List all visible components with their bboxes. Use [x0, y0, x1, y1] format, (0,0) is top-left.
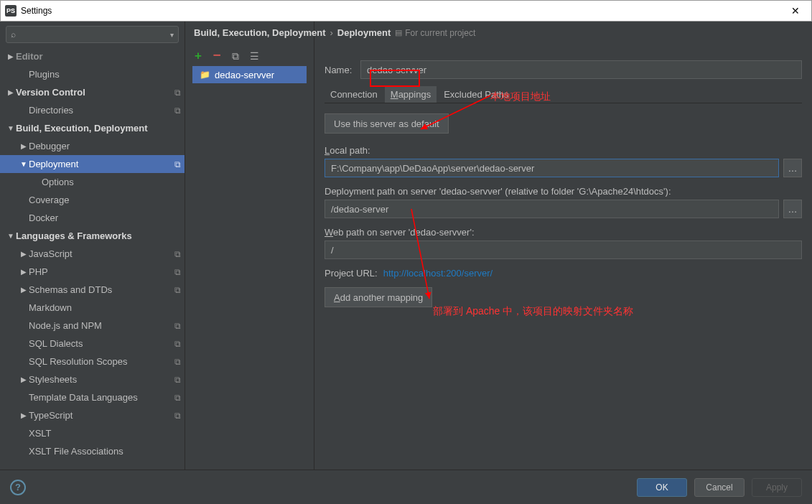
dialog-footer: ? OK Cancel Apply [0, 470, 812, 504]
deploy-path-input[interactable] [325, 200, 779, 218]
chevron-right-icon: ▶ [19, 286, 29, 294]
chevron-down-icon: ▼ [6, 232, 16, 240]
tree-item-label: Coverage [29, 195, 170, 205]
server-list-item-label: dedao-servver [215, 70, 274, 80]
tree-item-label: Version Control [16, 87, 170, 98]
tree-item-label: TypeScript [29, 410, 170, 421]
tree-item[interactable]: ▶XSLT File Associations [0, 442, 185, 460]
tree-item[interactable]: ▶Template Data Languages⧉ [0, 388, 185, 406]
tree-item-label: JavaScript [29, 248, 170, 259]
tree-item[interactable]: ▶Directories⧉ [0, 101, 185, 119]
project-scope-indicator-icon: ⧉ [170, 339, 185, 349]
tree-item-label: XSLT [29, 428, 170, 439]
tree-item-label: SQL Resolution Scopes [29, 356, 170, 367]
apply-button[interactable]: Apply [752, 478, 802, 497]
tree-item-label: SQL Dialects [29, 338, 170, 349]
web-path-input[interactable] [325, 241, 802, 259]
tree-item[interactable]: ▶XSLT [0, 424, 185, 442]
tree-item[interactable]: ▶Coverage [0, 191, 185, 209]
deploy-path-browse-button[interactable]: … [783, 200, 802, 218]
tree-item-label: Languages & Frameworks [16, 230, 170, 241]
project-scope-indicator-icon: ⧉ [170, 393, 185, 403]
tree-item-label: PHP [29, 266, 170, 277]
tree-item[interactable]: ▶Docker [0, 209, 185, 227]
tree-item[interactable]: ▼Languages & Frameworks [0, 227, 185, 245]
use-server-default-button[interactable]: Use this server as default [325, 113, 449, 134]
project-scope-indicator-icon: ⧉ [170, 411, 185, 421]
search-history-chevron-icon[interactable]: ▾ [170, 31, 174, 39]
window-close-button[interactable]: ✕ [779, 1, 811, 21]
tree-item[interactable]: ▶Node.js and NPM⧉ [0, 317, 185, 335]
cancel-button[interactable]: Cancel [694, 478, 745, 497]
tree-item[interactable]: ▶Version Control⧉ [0, 83, 185, 101]
project-scope-indicator-icon: ⧉ [170, 267, 185, 277]
tree-item-label: Build, Execution, Deployment [16, 123, 170, 134]
chevron-right-icon: ▶ [6, 88, 16, 96]
local-path-input[interactable] [325, 159, 779, 177]
tree-item-label: Node.js and NPM [29, 320, 170, 331]
tree-item[interactable]: ▶Stylesheets⧉ [0, 370, 185, 388]
tree-item[interactable]: ▶Schemas and DTDs⧉ [0, 281, 185, 299]
chevron-right-icon: ▶ [19, 142, 29, 150]
tree-item-label: Options [42, 177, 170, 187]
app-icon: PS [5, 5, 17, 17]
tab-excluded-paths[interactable]: Excluded Paths [438, 86, 514, 103]
tree-item-label: Schemas and DTDs [29, 284, 170, 295]
project-scope-indicator-icon: ⧉ [170, 159, 185, 169]
project-url-label: Project URL: [325, 268, 378, 279]
server-list-item[interactable]: 📁dedao-servver [192, 66, 307, 83]
project-scope-indicator-icon: ⧉ [170, 321, 185, 331]
deployment-server-list: + − ⧉ ☰ 📁dedao-servver [185, 22, 314, 470]
deployment-settings-panel: Build, Execution, Deployment › Deploymen… [314, 22, 812, 470]
server-name-input[interactable] [360, 60, 802, 79]
project-url-link[interactable]: http://localhost:200/server/ [383, 268, 493, 279]
copy-server-icon[interactable]: ⧉ [230, 50, 241, 62]
tab-mappings[interactable]: Mappings [385, 86, 437, 103]
remove-server-icon[interactable]: − [211, 50, 223, 61]
tree-item[interactable]: ▶PHP⧉ [0, 263, 185, 281]
project-scope-indicator-icon: ⧉ [170, 88, 185, 98]
tree-item-label: Deployment [29, 159, 170, 169]
name-label: Name: [325, 65, 360, 75]
search-icon: ⌕ [11, 29, 16, 39]
sidebar-search-input[interactable] [19, 29, 164, 39]
local-path-browse-button[interactable]: … [783, 159, 802, 177]
chevron-right-icon: ▶ [19, 268, 29, 276]
web-path-label: Web path on server 'dedao-servver': [325, 227, 802, 238]
tree-item[interactable]: ▶Editor [0, 47, 185, 65]
tree-item-label: Template Data Languages [29, 392, 170, 403]
tree-item[interactable]: ▶TypeScript⧉ [0, 406, 185, 424]
tree-item[interactable]: ▶Plugins [0, 65, 185, 83]
tree-item-label: Editor [16, 51, 170, 62]
tree-item[interactable]: ▶Options [0, 173, 185, 191]
tree-item[interactable]: ▶SQL Resolution Scopes⧉ [0, 353, 185, 370]
tree-item-label: Debugger [29, 141, 170, 151]
tree-item-label: Stylesheets [29, 374, 170, 385]
sidebar-search-wrap[interactable]: ⌕ ▾ [6, 26, 179, 43]
chevron-right-icon: ▶ [19, 411, 29, 419]
tree-item[interactable]: ▶JavaScript⧉ [0, 245, 185, 263]
tree-item[interactable]: ▼Build, Execution, Deployment [0, 119, 185, 137]
tree-item-label: Directories [29, 105, 170, 116]
project-scope-indicator-icon: ⧉ [170, 375, 185, 385]
ok-button[interactable]: OK [637, 478, 687, 497]
tree-item-label: Plugins [29, 69, 170, 80]
tree-item[interactable]: ▶SQL Dialects⧉ [0, 335, 185, 353]
window-titlebar: PS Settings ✕ [0, 0, 812, 22]
chevron-down-icon: ▼ [19, 160, 29, 168]
tree-item[interactable]: ▶Debugger [0, 137, 185, 155]
project-scope-indicator-icon: ⧉ [170, 249, 185, 259]
add-mapping-button[interactable]: Add another mapping [325, 287, 432, 307]
tab-connection[interactable]: Connection [325, 86, 383, 103]
chevron-down-icon: ▼ [6, 124, 16, 132]
help-button[interactable]: ? [10, 480, 26, 495]
add-server-icon[interactable]: + [192, 50, 204, 62]
annotation-text-bottom: 部署到 Apache 中，该项目的映射文件夹名称 [433, 305, 633, 318]
project-scope-indicator-icon: ⧉ [170, 357, 185, 367]
align-server-icon[interactable]: ☰ [248, 50, 260, 62]
tree-item-label: Markdown [29, 302, 170, 313]
tree-item[interactable]: ▶Markdown [0, 299, 185, 317]
project-scope-indicator-icon: ⧉ [170, 106, 185, 116]
tree-item[interactable]: ▼Deployment⧉ [0, 155, 185, 173]
breadcrumb-main: Build, Execution, Deployment [194, 27, 325, 38]
